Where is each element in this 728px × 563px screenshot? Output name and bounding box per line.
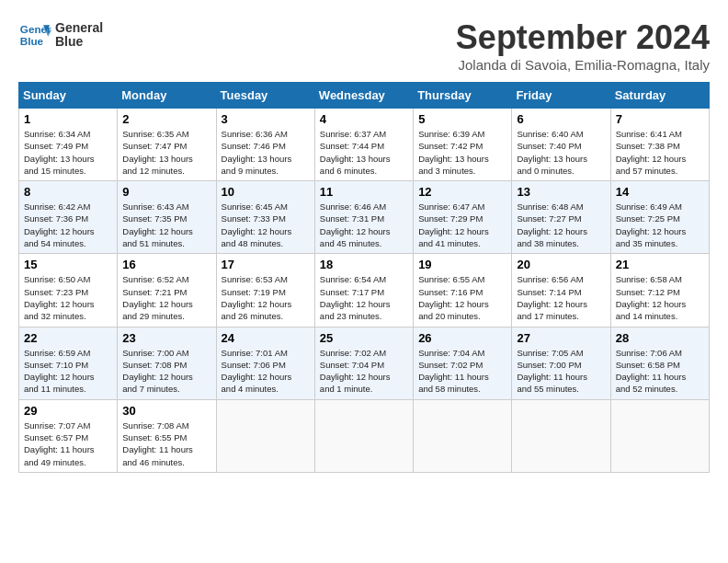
day-number: 22 [24,331,112,345]
col-header-tuesday: Tuesday [216,83,314,109]
day-number: 6 [517,112,605,126]
day-number: 24 [222,331,310,345]
col-header-monday: Monday [118,83,216,109]
day-number: 10 [222,185,310,199]
calendar-week-2: 8Sunrise: 6:42 AM Sunset: 7:36 PM Daylig… [19,181,710,254]
table-row: 1Sunrise: 6:34 AM Sunset: 7:49 PM Daylig… [19,109,118,181]
col-header-sunday: Sunday [19,83,118,109]
day-number: 27 [517,331,605,345]
day-info: Sunrise: 6:37 AM Sunset: 7:44 PM Dayligh… [320,128,408,177]
col-header-thursday: Thursday [414,83,512,109]
day-info: Sunrise: 6:49 AM Sunset: 7:25 PM Dayligh… [616,201,704,249]
day-info: Sunrise: 6:40 AM Sunset: 7:40 PM Dayligh… [517,128,605,177]
col-header-saturday: Saturday [610,83,709,109]
day-info: Sunrise: 6:54 AM Sunset: 7:17 PM Dayligh… [320,273,408,322]
calendar-week-4: 22Sunrise: 6:59 AM Sunset: 7:10 PM Dayli… [19,327,710,399]
day-number: 9 [122,185,210,199]
day-info: Sunrise: 7:02 AM Sunset: 7:04 PM Dayligh… [320,347,408,396]
table-row: 18Sunrise: 6:54 AM Sunset: 7:17 PM Dayli… [314,254,413,327]
day-info: Sunrise: 7:08 AM Sunset: 6:55 PM Dayligh… [122,419,210,468]
table-row: 12Sunrise: 6:47 AM Sunset: 7:29 PM Dayli… [414,181,512,254]
table-row: 2Sunrise: 6:35 AM Sunset: 7:47 PM Daylig… [118,109,216,181]
day-number: 21 [616,258,704,271]
day-number: 8 [24,185,112,199]
day-number: 15 [24,258,112,271]
day-info: Sunrise: 6:42 AM Sunset: 7:36 PM Dayligh… [24,201,112,249]
table-row [216,399,314,472]
calendar-table: SundayMondayTuesdayWednesdayThursdayFrid… [18,82,710,473]
day-info: Sunrise: 6:56 AM Sunset: 7:14 PM Dayligh… [517,273,605,322]
day-info: Sunrise: 6:36 AM Sunset: 7:46 PM Dayligh… [222,128,310,177]
svg-text:Blue: Blue [20,35,44,47]
day-info: Sunrise: 6:35 AM Sunset: 7:47 PM Dayligh… [122,128,210,177]
table-row: 17Sunrise: 6:53 AM Sunset: 7:19 PM Dayli… [216,254,314,327]
title-block: September 2024 Jolanda di Savoia, Emilia… [456,18,710,73]
day-number: 5 [418,112,506,126]
table-row [414,399,512,472]
table-row: 4Sunrise: 6:37 AM Sunset: 7:44 PM Daylig… [314,109,413,181]
day-info: Sunrise: 7:07 AM Sunset: 6:57 PM Dayligh… [24,419,112,468]
day-info: Sunrise: 6:43 AM Sunset: 7:35 PM Dayligh… [122,201,210,249]
day-number: 14 [616,185,704,199]
day-number: 11 [320,185,408,199]
col-header-friday: Friday [512,83,610,109]
table-row: 20Sunrise: 6:56 AM Sunset: 7:14 PM Dayli… [512,254,610,327]
table-row: 19Sunrise: 6:55 AM Sunset: 7:16 PM Dayli… [414,254,512,327]
calendar-header-row: SundayMondayTuesdayWednesdayThursdayFrid… [19,83,710,109]
table-row: 27Sunrise: 7:05 AM Sunset: 7:00 PM Dayli… [512,327,610,399]
calendar-week-5: 29Sunrise: 7:07 AM Sunset: 6:57 PM Dayli… [19,399,710,472]
logo-icon: General Blue [18,18,51,52]
table-row: 5Sunrise: 6:39 AM Sunset: 7:42 PM Daylig… [414,109,512,181]
day-number: 25 [320,331,408,345]
day-info: Sunrise: 6:45 AM Sunset: 7:33 PM Dayligh… [222,201,310,249]
table-row [512,399,610,472]
day-number: 28 [616,331,704,345]
table-row [610,399,709,472]
table-row: 24Sunrise: 7:01 AM Sunset: 7:06 PM Dayli… [216,327,314,399]
day-info: Sunrise: 6:47 AM Sunset: 7:29 PM Dayligh… [418,201,506,249]
day-number: 17 [222,258,310,271]
table-row: 22Sunrise: 6:59 AM Sunset: 7:10 PM Dayli… [19,327,118,399]
day-number: 20 [517,258,605,271]
day-info: Sunrise: 6:41 AM Sunset: 7:38 PM Dayligh… [616,128,704,177]
location-subtitle: Jolanda di Savoia, Emilia-Romagna, Italy [456,57,710,73]
day-info: Sunrise: 6:52 AM Sunset: 7:21 PM Dayligh… [122,273,210,322]
table-row: 30Sunrise: 7:08 AM Sunset: 6:55 PM Dayli… [118,399,216,472]
day-number: 26 [418,331,506,345]
day-info: Sunrise: 7:05 AM Sunset: 7:00 PM Dayligh… [517,347,605,396]
table-row: 8Sunrise: 6:42 AM Sunset: 7:36 PM Daylig… [19,181,118,254]
table-row: 6Sunrise: 6:40 AM Sunset: 7:40 PM Daylig… [512,109,610,181]
day-number: 29 [24,404,112,418]
table-row: 28Sunrise: 7:06 AM Sunset: 6:58 PM Dayli… [610,327,709,399]
table-row: 3Sunrise: 6:36 AM Sunset: 7:46 PM Daylig… [216,109,314,181]
table-row: 7Sunrise: 6:41 AM Sunset: 7:38 PM Daylig… [610,109,709,181]
table-row: 11Sunrise: 6:46 AM Sunset: 7:31 PM Dayli… [314,181,413,254]
table-row: 14Sunrise: 6:49 AM Sunset: 7:25 PM Dayli… [610,181,709,254]
day-info: Sunrise: 7:04 AM Sunset: 7:02 PM Dayligh… [418,347,506,396]
day-info: Sunrise: 6:53 AM Sunset: 7:19 PM Dayligh… [222,273,310,322]
day-info: Sunrise: 6:55 AM Sunset: 7:16 PM Dayligh… [418,273,506,322]
table-row: 9Sunrise: 6:43 AM Sunset: 7:35 PM Daylig… [118,181,216,254]
day-number: 4 [320,112,408,126]
logo-line2: Blue [55,35,103,49]
table-row: 13Sunrise: 6:48 AM Sunset: 7:27 PM Dayli… [512,181,610,254]
table-row: 21Sunrise: 6:58 AM Sunset: 7:12 PM Dayli… [610,254,709,327]
col-header-wednesday: Wednesday [314,83,413,109]
day-info: Sunrise: 6:50 AM Sunset: 7:23 PM Dayligh… [24,273,112,322]
day-number: 12 [418,185,506,199]
table-row: 15Sunrise: 6:50 AM Sunset: 7:23 PM Dayli… [19,254,118,327]
table-row: 26Sunrise: 7:04 AM Sunset: 7:02 PM Dayli… [414,327,512,399]
day-info: Sunrise: 6:48 AM Sunset: 7:27 PM Dayligh… [517,201,605,249]
day-number: 19 [418,258,506,271]
day-number: 7 [616,112,704,126]
day-info: Sunrise: 6:58 AM Sunset: 7:12 PM Dayligh… [616,273,704,322]
day-info: Sunrise: 7:06 AM Sunset: 6:58 PM Dayligh… [616,347,704,396]
calendar-week-1: 1Sunrise: 6:34 AM Sunset: 7:49 PM Daylig… [19,109,710,181]
day-info: Sunrise: 6:59 AM Sunset: 7:10 PM Dayligh… [24,347,112,396]
table-row: 23Sunrise: 7:00 AM Sunset: 7:08 PM Dayli… [118,327,216,399]
day-info: Sunrise: 6:34 AM Sunset: 7:49 PM Dayligh… [24,128,112,177]
page-header: General Blue General Blue September 2024… [18,18,710,73]
day-number: 16 [122,258,210,271]
month-title: September 2024 [456,18,710,57]
day-number: 13 [517,185,605,199]
